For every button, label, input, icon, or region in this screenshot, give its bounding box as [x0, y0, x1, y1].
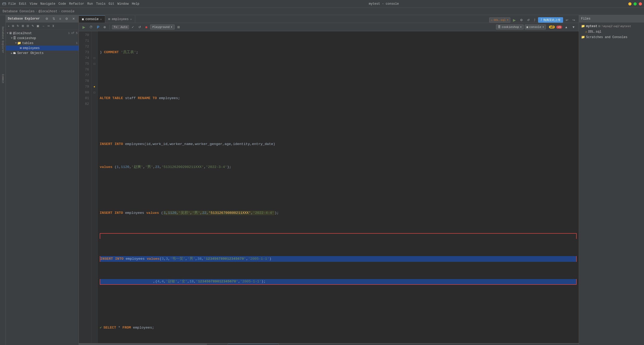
- playground-selector[interactable]: Playground ▾: [150, 25, 175, 29]
- right-tree-mytest[interactable]: 📁 mytest D:\mysql\sql\mytest: [580, 23, 643, 29]
- scratches-icon: 📁: [581, 35, 585, 39]
- ddl-icon: ⚠: [491, 18, 493, 22]
- tab-console[interactable]: ▣ console ✕: [79, 15, 105, 23]
- tab-output[interactable]: ▣ Output: [207, 344, 228, 345]
- minimize-button[interactable]: [628, 2, 631, 5]
- ok-icon-82: ✔: [100, 325, 102, 331]
- upload-button[interactable]: ⤴ 拖拽至此上传: [538, 17, 563, 23]
- gutter-72: [91, 44, 97, 50]
- db-table-btn[interactable]: ⊟: [26, 24, 30, 28]
- gutter-74: □: [91, 55, 97, 61]
- db-schema-btn[interactable]: ⊞: [21, 24, 25, 28]
- revert-btn[interactable]: ↺: [525, 18, 531, 22]
- menu-file[interactable]: File: [8, 2, 16, 6]
- tx-revert-btn[interactable]: ↺: [137, 25, 143, 29]
- breadcrumb: Database Consoles › @localhost › console: [0, 8, 644, 15]
- menu-code[interactable]: Code: [58, 2, 66, 6]
- tab-employees[interactable]: ⊞ employees ✕: [105, 15, 135, 23]
- execute-plan-btn[interactable]: P: [95, 25, 101, 30]
- code-editor[interactable]: 70 71 72 73 74 75 76 77 78 79 80 81 82: [79, 31, 579, 343]
- menu-window[interactable]: Window: [117, 2, 129, 6]
- refresh-config-btn[interactable]: ⚙: [518, 18, 524, 22]
- menu-run[interactable]: Run: [87, 2, 93, 6]
- tab-console-close[interactable]: ✕: [100, 18, 102, 21]
- redo-btn[interactable]: ↪: [571, 18, 577, 22]
- right-tree-scratches[interactable]: 📁 Scratches and Consoles: [580, 34, 643, 40]
- breadcrumb-db-consoles[interactable]: Database Consoles: [3, 10, 34, 13]
- db-explorer-group-btn[interactable]: ≡: [58, 16, 63, 21]
- tree-arrow-server-objects: ▶: [11, 52, 13, 55]
- next-issue-btn[interactable]: ▼: [570, 25, 577, 29]
- session-selector[interactable]: ▣ console ▾: [525, 25, 546, 29]
- tree-arrow-localhost: ▼: [7, 32, 8, 35]
- ln-76: 76: [80, 67, 89, 72]
- menu-help[interactable]: Help: [132, 2, 139, 6]
- undo-btn[interactable]: ↩: [564, 18, 570, 22]
- db-refresh-btn[interactable]: ↻: [16, 24, 20, 28]
- right-tree-ddl[interactable]: ⚠ DDL.sql: [580, 29, 643, 34]
- maximize-button[interactable]: [634, 2, 637, 5]
- db-copy-btn[interactable]: ⧉: [11, 24, 15, 28]
- breadcrumb-console[interactable]: console: [61, 10, 74, 13]
- breadcrumb-localhost[interactable]: @localhost: [39, 10, 57, 13]
- ln-70: 70: [80, 32, 89, 38]
- tree-item-tables[interactable]: ▼ 📁 tables 1: [6, 41, 79, 46]
- session-chevron: ▾: [542, 25, 544, 29]
- tree-item-employees[interactable]: ⊞ employees: [6, 46, 79, 51]
- app-logo: 🗃: [2, 1, 6, 6]
- stop-btn[interactable]: ■: [144, 25, 149, 30]
- db-arrow-btn[interactable]: →: [41, 24, 46, 28]
- tx-check-btn[interactable]: ✓: [130, 25, 136, 29]
- services-header: Services ⚙: [79, 344, 206, 345]
- db-explorer-header: Database Explorer ⚙ ⇅ ≡ ⚙ ✕: [6, 15, 79, 22]
- run-button[interactable]: ▶: [511, 17, 517, 23]
- execute-time-btn[interactable]: ⏱: [88, 25, 94, 29]
- menu-view[interactable]: View: [30, 2, 37, 6]
- db-filter-btn[interactable]: ⊻: [51, 24, 55, 28]
- close-button[interactable]: [639, 2, 642, 5]
- tree-arrow-tables: ▼: [15, 42, 17, 45]
- db-explorer-close-btn[interactable]: ✕: [71, 16, 76, 21]
- tree-item-cookieshop[interactable]: ▼ 🗄 cookieshop: [6, 36, 79, 41]
- prev-issue-btn[interactable]: ▲: [563, 25, 569, 29]
- tree-item-localhost[interactable]: ▼ 🖥 @localhost 1 of 5: [6, 31, 79, 36]
- upload-icon: ⤴: [541, 18, 542, 22]
- db-explorer-config-btn[interactable]: ⚙: [44, 16, 50, 21]
- code-content[interactable]: ) COMMENT '员工表'; ALTER TABLE staff RENAM…: [98, 31, 579, 343]
- table-view-btn[interactable]: ⊞: [176, 25, 181, 29]
- format-btn[interactable]: ⊕: [102, 25, 108, 29]
- db-explorer-settings-btn[interactable]: ⚙: [64, 16, 70, 21]
- ln-73: 73: [80, 50, 89, 55]
- main-layout: Database Explorer Commit Database Explor…: [0, 15, 644, 345]
- tab-results-table[interactable]: ⊞ cookieshop.employees ✕: [228, 344, 279, 345]
- commit-btn[interactable]: ⤴: [532, 18, 537, 22]
- db-edit-btn[interactable]: ✎: [31, 24, 35, 28]
- gutter-70: [91, 32, 97, 38]
- mytest-icon: 📁: [581, 24, 585, 28]
- execute-btn[interactable]: ▶: [81, 25, 87, 30]
- db-console-btn[interactable]: ▣: [36, 24, 40, 28]
- menu-tools[interactable]: Tools: [96, 2, 105, 6]
- server-icon: 🖥: [9, 31, 12, 35]
- code-70: ) COMMENT '员工表';: [100, 50, 138, 55]
- menu-edit[interactable]: Edit: [19, 2, 27, 6]
- scratches-label: Scratches and Consoles: [586, 35, 627, 39]
- code-line-78: [100, 233, 577, 239]
- menu-navigate[interactable]: Navigate: [40, 2, 55, 6]
- schema-selector[interactable]: 🗄 cookieshop ▾: [496, 25, 524, 29]
- gutter-75: □: [91, 61, 97, 67]
- db-add-btn[interactable]: +: [7, 24, 10, 28]
- tree-item-server-objects[interactable]: ▶ 🖿 Server Objects: [6, 51, 79, 56]
- db-explorer-sort-btn[interactable]: ⇅: [51, 16, 57, 21]
- menu-git[interactable]: Git: [109, 2, 114, 6]
- schema-icon: 🗄: [498, 25, 501, 29]
- server-objects-icon: 🖿: [13, 51, 16, 55]
- menu-refactor[interactable]: Refactor: [69, 2, 84, 6]
- ddl-selector[interactable]: ⚠ DDL.sql ▾: [489, 17, 510, 22]
- db-arrow2-btn[interactable]: ⇒: [46, 24, 51, 28]
- tab-employees-close[interactable]: ✕: [130, 18, 132, 21]
- ln-77: 77: [80, 72, 89, 78]
- tabs-left: ▣ console ✕ ⊞ employees ✕: [79, 15, 487, 23]
- left-strip: Database Explorer Commit: [0, 15, 6, 345]
- window-controls: [628, 2, 642, 5]
